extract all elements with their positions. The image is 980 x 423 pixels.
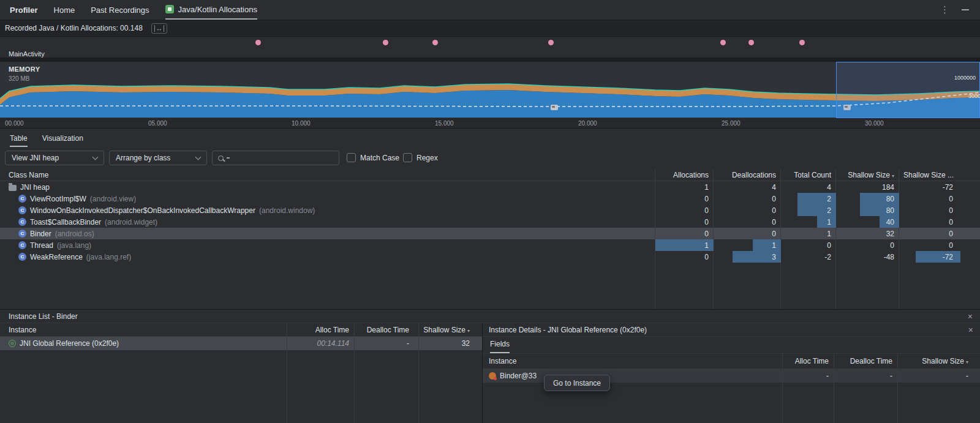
profiler-window: Profiler Home Past Recordings Java/Kotli… bbox=[0, 0, 980, 423]
col-allocations[interactable]: Allocations bbox=[655, 171, 714, 179]
instance-row-selected[interactable]: JNI Global Reference (0x2f0e) 00:14.114 … bbox=[0, 337, 482, 350]
time-axis: 00.00005.00010.00015.00020.00025.00030.0… bbox=[0, 118, 980, 129]
heap-folder-icon bbox=[9, 185, 17, 191]
arrange-select-value: Arrange by class bbox=[116, 154, 170, 162]
allocation-event-dot[interactable] bbox=[799, 40, 805, 45]
top-bar: Profiler Home Past Recordings Java/Kotli… bbox=[0, 0, 980, 20]
search-input[interactable] bbox=[212, 151, 339, 165]
tab-home[interactable]: Home bbox=[54, 0, 75, 20]
col-shallow-size[interactable]: Shallow Size▾ bbox=[897, 357, 980, 365]
col-instance[interactable]: Instance bbox=[0, 326, 287, 334]
time-tick-label: 20.000 bbox=[578, 120, 597, 127]
class-icon: C bbox=[18, 206, 26, 214]
fields-table-header: Instance Alloc Time Dealloc Time Shallow… bbox=[483, 354, 980, 369]
col-instance[interactable]: Instance bbox=[483, 357, 782, 365]
sort-arrow-icon: ▾ bbox=[892, 173, 894, 179]
activity-track: MainActivity bbox=[0, 50, 980, 62]
instance-details-panel: Instance Details - JNI Global Reference … bbox=[482, 323, 980, 423]
tab-visualization[interactable]: Visualization bbox=[42, 134, 83, 147]
table-row[interactable]: CThread(java.lang) 1 1 0 0 0 bbox=[0, 239, 980, 251]
allocations-table: Class Name Allocations Deallocations Tot… bbox=[0, 169, 980, 309]
tooltip-label: Go to Instance bbox=[553, 379, 601, 387]
allocation-event-dot[interactable] bbox=[383, 40, 388, 45]
col-shallow-size-2[interactable]: Shallow Size ... bbox=[899, 171, 980, 179]
regex-checkbox[interactable]: Regex bbox=[403, 153, 438, 162]
match-case-checkbox[interactable]: Match Case bbox=[347, 153, 399, 162]
sort-arrow-icon: ▾ bbox=[966, 359, 968, 365]
table-row[interactable]: CViewRootImpl$W(android.view) 0 0 2 80 0 bbox=[0, 193, 980, 204]
events-track[interactable] bbox=[0, 37, 980, 50]
table-toolbar: View JNI heap Arrange by class Match Cas… bbox=[0, 147, 980, 169]
table-row[interactable]: JNI heap 1 4 4 184 -72 bbox=[0, 181, 980, 193]
class-icon: C bbox=[18, 230, 26, 238]
time-tick-label: 05.000 bbox=[148, 120, 167, 127]
heap-select[interactable]: View JNI heap bbox=[5, 151, 104, 165]
memory-axis-max-label: 320 MB bbox=[9, 75, 29, 82]
table-row[interactable]: CWeakReference(java.lang.ref) 0 3 -2 -48… bbox=[0, 251, 980, 263]
allocation-event-dot[interactable] bbox=[255, 40, 261, 45]
col-deallocations[interactable]: Deallocations bbox=[714, 171, 781, 179]
col-dealloc-time[interactable]: Dealloc Time bbox=[834, 357, 897, 365]
instance-list-table-header: Instance Alloc Time Dealloc Time Shallow… bbox=[0, 323, 482, 337]
recording-label: Recorded Java / Kotlin Allocations: 00.1… bbox=[5, 24, 143, 32]
memory-track[interactable]: MEMORY 320 MB 1000000 300000 bbox=[0, 62, 980, 118]
hide-window-icon[interactable] bbox=[962, 9, 969, 10]
arrange-select[interactable]: Arrange by class bbox=[109, 151, 207, 165]
regex-label: Regex bbox=[417, 154, 438, 162]
jni-global-ref-icon bbox=[9, 340, 16, 347]
col-class-name[interactable]: Class Name bbox=[0, 171, 655, 179]
tab-label: Java/Kotlin Allocations bbox=[178, 5, 257, 14]
more-options-icon[interactable]: ⋮ bbox=[940, 4, 949, 15]
range-selection[interactable]: 1000000 300000 bbox=[836, 62, 980, 118]
col-shallow-size[interactable]: Shallow Size▾ bbox=[418, 326, 482, 334]
selection-scale-label-mid: 300000 bbox=[968, 93, 980, 99]
go-to-instance-tooltip[interactable]: Go to Instance bbox=[544, 375, 610, 391]
table-row-selected[interactable]: CBinder(android.os) 0 0 1 32 0 bbox=[0, 228, 980, 239]
time-tick-label: 25.000 bbox=[722, 120, 741, 127]
tab-fields[interactable]: Fields bbox=[490, 340, 510, 353]
tab-past-recordings[interactable]: Past Recordings bbox=[91, 0, 149, 20]
instance-details-tabs: Fields bbox=[483, 337, 980, 354]
col-alloc-time[interactable]: Alloc Time bbox=[287, 326, 354, 334]
close-icon[interactable]: × bbox=[968, 326, 973, 334]
zoom-to-fit-button[interactable]: ↔ bbox=[151, 23, 167, 34]
allocations-session-icon bbox=[165, 5, 174, 13]
tab-java-kotlin-allocations[interactable]: Java/Kotlin Allocations bbox=[165, 0, 257, 20]
table-row[interactable]: CWindowOnBackInvokedDispatcher$OnBackInv… bbox=[0, 204, 980, 216]
checkbox-box[interactable] bbox=[347, 153, 356, 162]
instance-details-title: Instance Details - JNI Global Reference … bbox=[489, 326, 647, 334]
close-icon[interactable]: × bbox=[968, 312, 973, 321]
allocation-event-dot[interactable] bbox=[748, 40, 754, 45]
app-title: Profiler bbox=[10, 6, 38, 15]
instance-list-header: Instance List - Binder × bbox=[0, 309, 980, 323]
heap-select-value: View JNI heap bbox=[12, 154, 59, 162]
fit-arrow-icon: ↔ bbox=[154, 25, 164, 32]
search-caret bbox=[227, 157, 230, 159]
match-case-label: Match Case bbox=[360, 154, 399, 162]
checkbox-box[interactable] bbox=[403, 153, 412, 162]
instance-object-icon bbox=[489, 372, 496, 380]
view-tabs: Table Visualization bbox=[0, 129, 980, 147]
table-row[interactable]: CToast$CallbackBinder(android.widget) 0 … bbox=[0, 216, 980, 228]
col-shallow-size[interactable]: Shallow Size▾ bbox=[836, 171, 899, 179]
time-tick-label: 00.000 bbox=[5, 120, 24, 127]
activity-lifecycle-bar[interactable] bbox=[0, 58, 980, 62]
tab-table[interactable]: Table bbox=[10, 134, 28, 147]
bottom-split: Instance Alloc Time Dealloc Time Shallow… bbox=[0, 323, 980, 423]
allocation-event-dot[interactable] bbox=[720, 40, 726, 45]
col-total-count[interactable]: Total Count bbox=[781, 171, 836, 179]
allocation-event-dot[interactable] bbox=[548, 40, 554, 45]
gc-event-icon[interactable] bbox=[551, 105, 558, 110]
col-alloc-time[interactable]: Alloc Time bbox=[782, 357, 834, 365]
class-icon: C bbox=[18, 241, 26, 249]
time-tick-label: 15.000 bbox=[435, 120, 454, 127]
instance-list-title: Instance List - Binder bbox=[9, 312, 78, 321]
search-icon bbox=[218, 155, 224, 161]
allocation-event-dot[interactable] bbox=[432, 40, 438, 45]
alloc-table-header: Class Name Allocations Deallocations Tot… bbox=[0, 169, 980, 181]
sort-arrow-icon: ▾ bbox=[467, 328, 470, 334]
class-icon: C bbox=[18, 195, 26, 203]
col-dealloc-time[interactable]: Dealloc Time bbox=[354, 326, 418, 334]
instance-list-panel: Instance Alloc Time Dealloc Time Shallow… bbox=[0, 323, 482, 423]
window-controls: ⋮ bbox=[940, 4, 969, 15]
